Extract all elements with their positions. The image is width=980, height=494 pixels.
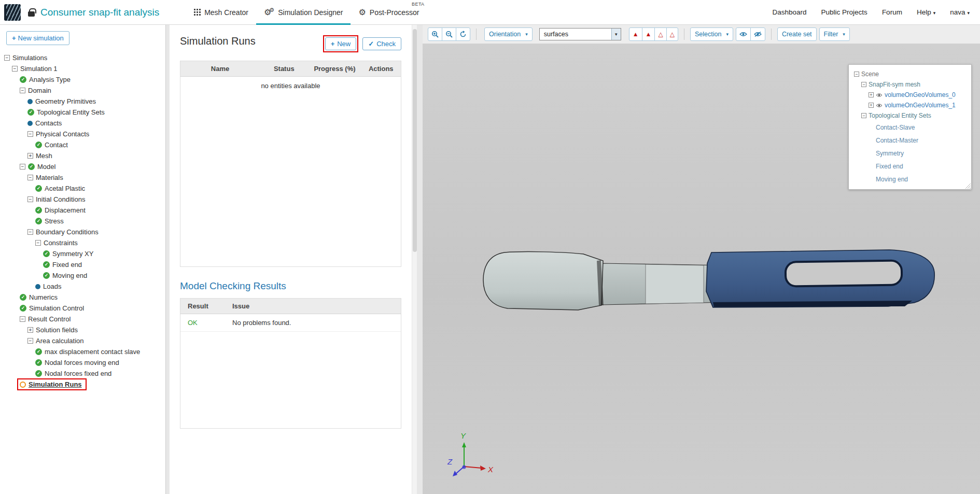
new-simulation-button[interactable]: +New simulation [6,31,69,45]
scene-item-scene[interactable]: −Scene [854,69,968,79]
eye-icon[interactable] [876,93,883,97]
expand-icon[interactable]: + [869,103,874,108]
simulation-tree: −Simulations−Simulation 1✓Analysis Type−… [0,52,165,390]
tree-item-nodal-forces-fixed-end[interactable]: ✓Nodal forces fixed end [0,368,165,379]
collapse-icon[interactable]: − [27,196,33,202]
user-menu[interactable]: nava▾ [950,8,970,16]
tree-item-constraints[interactable]: −Constraints [0,237,165,248]
tree-item-result-control[interactable]: −Result Control [0,314,165,324]
collapse-icon[interactable]: − [20,88,25,93]
selection-dropdown[interactable]: Selection▾ [690,27,733,41]
simscale-logo[interactable] [4,4,21,21]
tree-item-materials[interactable]: −Materials [0,172,165,183]
model-checking-header: ResultIssue [180,299,401,314]
check-label: Check [376,40,396,48]
scene-item-snapfit-sym-mesh[interactable]: −SnapFit-sym mesh [854,79,968,90]
expand-icon[interactable]: + [869,92,874,97]
new-run-button[interactable]: +New [325,37,357,50]
reset-view-button[interactable] [456,27,470,41]
chevron-down-icon: ▾ [726,32,729,37]
scene-item-volumeongeovolumes-1[interactable]: +volumeOnGeoVolumes_1 [854,100,968,110]
help-menu[interactable]: Help▾ [917,8,935,16]
scene-item-fixed-end[interactable]: Fixed end [854,160,968,173]
display-mode-select[interactable]: surfaces ▼ [539,28,621,40]
tree-item-acetal-plastic[interactable]: ✓Acetal Plastic [0,183,165,194]
nav-link-forum[interactable]: Forum [882,8,902,16]
tree-item-topological-entity-sets[interactable]: ✓Topological Entity Sets [0,107,165,118]
tree-item-boundary-conditions[interactable]: −Boundary Conditions [0,227,165,237]
expand-icon[interactable]: + [27,153,33,159]
tree-item-loads[interactable]: Loads [0,281,165,292]
collapse-icon[interactable]: − [27,131,33,137]
nav-link-public-projects[interactable]: Public Projects [821,8,867,16]
filter-dropdown[interactable]: Filter▾ [819,27,850,41]
check-model-button[interactable]: ✓Check [362,37,401,50]
tree-item-simulation-1[interactable]: −Simulation 1 [0,63,165,74]
collapse-icon[interactable]: − [27,175,33,180]
tree-item-max-displacement-contact-slave[interactable]: ✓max displacement contact slave [0,346,165,357]
tree-item-solution-fields[interactable]: +Solution fields [0,324,165,335]
tree-item-numerics[interactable]: ✓Numerics [0,292,165,303]
tree-item-displacement[interactable]: ✓Displacement [0,205,165,216]
tree-item-fixed-end[interactable]: ✓Fixed end [0,259,165,270]
section-tool-button-3[interactable]: △ [654,27,666,41]
orientation-dropdown[interactable]: Orientation▾ [484,27,533,41]
tree-item-area-calculation[interactable]: −Area calculation [0,335,165,346]
section-tool-button-1[interactable]: ▲ [629,27,642,41]
tab-label: Mesh Creator [204,8,248,17]
collapse-icon[interactable]: − [854,72,859,77]
show-selection-button[interactable] [736,27,751,41]
tree-item-model[interactable]: −✓Model [0,161,165,172]
collapse-icon[interactable]: − [20,164,25,170]
section-tool-button-2[interactable]: ▲ [642,27,655,41]
collapse-icon[interactable]: − [27,229,33,235]
hide-selection-button[interactable] [750,27,765,41]
zoom-in-button[interactable] [428,27,442,41]
tree-item-domain[interactable]: −Domain [0,85,165,96]
create-set-button[interactable]: Create set [777,27,817,41]
lock-icon [28,11,35,17]
scene-item-volumeongeovolumes-0[interactable]: +volumeOnGeoVolumes_0 [854,90,968,100]
tree-item-contacts[interactable]: Contacts [0,118,165,129]
tree-item-stress[interactable]: ✓Stress [0,216,165,227]
red-triangle-outline-line-icon: △ [670,31,675,37]
tree-item-geometry-primitives[interactable]: Geometry Primitives [0,96,165,107]
tree-item-symmetry-xy[interactable]: ✓Symmetry XY [0,248,165,259]
tree-item-simulations[interactable]: −Simulations [0,52,165,63]
collapse-icon[interactable]: − [35,240,41,246]
tab-post-processor[interactable]: ⚙Post-ProcessorBETA [351,0,427,25]
collapse-icon[interactable]: − [4,55,10,61]
zoom-fit-button[interactable] [442,27,456,41]
3d-viewport[interactable]: Y X Z −Scene−SnapFit-sym mesh+volumeOnGe… [423,44,980,494]
tree-item-physical-contacts[interactable]: −Physical Contacts [0,129,165,139]
scene-item-symmetry[interactable]: Symmetry [854,147,968,160]
scene-item-contact-slave[interactable]: Contact-Slave [854,121,968,134]
eye-icon[interactable] [876,103,883,108]
section-tool-button-4[interactable]: △ [666,27,678,41]
tree-item-simulation-control[interactable]: ✓Simulation Control [0,303,165,314]
tree-item-simulation-runs[interactable]: Simulation Runs [0,379,165,390]
scrollbar-thumb[interactable] [413,29,417,252]
scene-item-moving-end[interactable]: Moving end [854,173,968,186]
scene-item-contact-master[interactable]: Contact-Master [854,134,968,147]
expand-icon[interactable]: + [27,327,33,333]
tree-item-moving-end[interactable]: ✓Moving end [0,270,165,281]
collapse-icon[interactable]: − [861,113,866,118]
nav-link-dashboard[interactable]: Dashboard [773,8,807,16]
tree-item-analysis-type[interactable]: ✓Analysis Type [0,74,165,85]
check-icon: ✓ [35,207,42,214]
collapse-icon[interactable]: − [20,316,25,322]
tree-item-nodal-forces-moving-end[interactable]: ✓Nodal forces moving end [0,357,165,368]
collapse-icon[interactable]: − [861,82,866,87]
tree-item-mesh[interactable]: +Mesh [0,150,165,161]
collapse-icon[interactable]: − [27,338,33,344]
tree-item-initial-conditions[interactable]: −Initial Conditions [0,194,165,205]
snap-fit-model[interactable] [483,250,934,310]
scene-item-topological-entity-sets[interactable]: −Topological Entity Sets [854,110,968,121]
collapse-icon[interactable]: − [12,66,18,72]
panel-scrollbar[interactable] [412,25,417,494]
tab-mesh-creator[interactable]: Mesh Creator [186,0,256,25]
tree-item-contact[interactable]: ✓Contact [0,139,165,150]
orientation-label: Orientation [489,31,521,38]
tab-simulation-designer[interactable]: ⚙⚙Simulation Designer [256,0,351,25]
